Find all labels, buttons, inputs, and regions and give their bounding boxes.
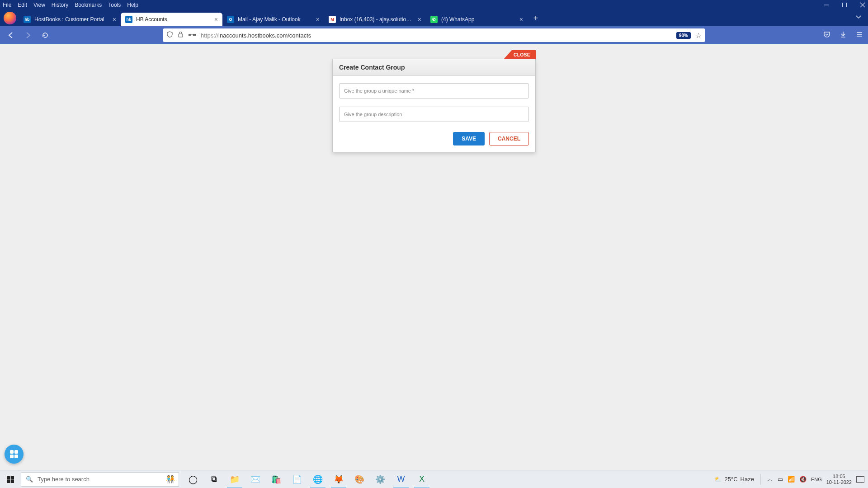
tab-title: HB Accounts: [136, 16, 211, 23]
page-content: CLOSE Create Contact Group SAVE CANCEL: [0, 44, 868, 470]
weather-widget[interactable]: ⛅ 25°C Haze: [714, 476, 754, 483]
floating-app-widget[interactable]: [5, 445, 24, 464]
favicon-icon: O: [227, 16, 234, 23]
tab-close-icon[interactable]: ×: [113, 16, 116, 23]
tray-clock[interactable]: 18:05 10-11-2022: [826, 474, 852, 485]
system-tray: ⛅ 25°C Haze ︿ ▭ 📶 🔇 ENG 18:05 10-11-2022: [714, 474, 868, 485]
task-settings-icon[interactable]: ⚙️: [370, 470, 391, 488]
modal-title: Create Contact Group: [333, 59, 535, 76]
nav-back-button[interactable]: [5, 29, 17, 42]
new-tab-button[interactable]: +: [529, 12, 542, 24]
task-excel-icon[interactable]: X: [411, 470, 432, 488]
taskbar-search-placeholder: Type here to search: [38, 476, 90, 483]
group-description-input[interactable]: [339, 107, 529, 122]
tab-title: Mail - Ajay Malik - Outlook: [238, 16, 312, 23]
tab-hb-accounts[interactable]: hb HB Accounts ×: [121, 13, 222, 26]
search-highlight-icon: 🧑‍🤝‍🧑: [166, 475, 175, 483]
svg-rect-6: [193, 34, 196, 36]
task-mail-icon[interactable]: ✉️: [245, 470, 266, 488]
tab-title: (4) WhatsApp: [441, 16, 516, 23]
favicon-icon: hb: [24, 16, 31, 23]
tray-chevron-icon[interactable]: ︿: [767, 475, 773, 483]
task-file-explorer-icon[interactable]: 📁: [224, 470, 245, 488]
svg-rect-1: [843, 3, 847, 7]
bookmark-star-icon[interactable]: ☆: [695, 31, 702, 40]
tab-close-icon[interactable]: ×: [519, 16, 523, 23]
task-notepad-icon[interactable]: 📄: [287, 470, 307, 488]
cancel-button[interactable]: CANCEL: [489, 132, 529, 145]
tray-volume-icon[interactable]: 🔇: [799, 476, 807, 483]
save-button[interactable]: SAVE: [453, 132, 485, 145]
task-cortana-icon[interactable]: ◯: [183, 470, 203, 488]
tab-whatsapp[interactable]: ✆ (4) WhatsApp ×: [426, 13, 528, 26]
grid-icon: [10, 450, 18, 458]
url-bar[interactable]: https://inaccounts.hostbooks.com/contact…: [163, 28, 705, 42]
task-firefox-icon[interactable]: 🦊: [328, 470, 349, 488]
browser-toolbar: https://inaccounts.hostbooks.com/contact…: [0, 26, 868, 44]
browser-menubar: File Edit View History Bookmarks Tools H…: [0, 0, 868, 10]
task-paint-icon[interactable]: 🎨: [349, 470, 370, 488]
tab-hostbooks-portal[interactable]: hb HostBooks : Customer Portal ×: [19, 13, 121, 26]
group-name-input[interactable]: [339, 83, 529, 99]
permissions-icon[interactable]: [188, 32, 196, 39]
task-word-icon[interactable]: W: [391, 470, 411, 488]
tray-date: 10-11-2022: [826, 479, 852, 485]
tab-outlook[interactable]: O Mail - Ajay Malik - Outlook ×: [222, 13, 324, 26]
tray-time: 18:05: [826, 474, 852, 479]
menu-tools[interactable]: Tools: [108, 2, 121, 8]
weather-desc: Haze: [741, 476, 754, 483]
task-edge-icon[interactable]: 🌐: [307, 470, 328, 488]
modal-close-button[interactable]: CLOSE: [504, 50, 536, 59]
tray-language[interactable]: ENG: [811, 477, 822, 482]
list-all-tabs-button[interactable]: [855, 14, 868, 22]
tray-wifi-icon[interactable]: 📶: [788, 476, 795, 483]
taskbar-search-input[interactable]: 🔍 Type here to search 🧑‍🤝‍🧑: [21, 472, 179, 487]
zoom-badge[interactable]: 90%: [676, 32, 691, 39]
menu-edit[interactable]: Edit: [18, 2, 27, 8]
window-close-button[interactable]: [860, 2, 865, 8]
tab-title: Inbox (16,403) - ajay.solutions@: [340, 16, 414, 23]
favicon-icon: M: [329, 16, 336, 23]
pocket-icon[interactable]: [823, 30, 831, 40]
menu-file[interactable]: File: [3, 2, 11, 8]
tab-title: HostBooks : Customer Portal: [34, 16, 109, 23]
weather-temp: 25°C: [724, 476, 737, 483]
menu-view[interactable]: View: [33, 2, 45, 8]
tab-close-icon[interactable]: ×: [316, 16, 320, 23]
weather-icon: ⛅: [714, 476, 722, 483]
menu-help[interactable]: Help: [127, 2, 138, 8]
tab-gmail-inbox[interactable]: M Inbox (16,403) - ajay.solutions@ ×: [324, 13, 426, 26]
start-button[interactable]: [0, 470, 21, 488]
menu-history[interactable]: History: [52, 2, 68, 8]
app-menu-icon[interactable]: [855, 30, 863, 40]
browser-tabstrip: hb HostBooks : Customer Portal × hb HB A…: [0, 10, 868, 26]
svg-rect-4: [179, 34, 183, 37]
tray-notifications-icon[interactable]: [856, 476, 864, 483]
svg-rect-5: [189, 34, 191, 36]
tab-close-icon[interactable]: ×: [214, 16, 218, 23]
create-contact-group-modal: CLOSE Create Contact Group SAVE CANCEL: [332, 51, 536, 152]
menu-bookmarks[interactable]: Bookmarks: [75, 2, 102, 8]
window-maximize-button[interactable]: [842, 2, 847, 8]
nav-forward-button[interactable]: [22, 29, 34, 42]
task-taskview-icon[interactable]: ⧉: [203, 470, 224, 488]
favicon-icon: ✆: [430, 16, 438, 23]
tray-battery-icon[interactable]: ▭: [778, 476, 783, 483]
task-store-icon[interactable]: 🛍️: [266, 470, 287, 488]
search-icon: 🔍: [26, 476, 33, 483]
url-text: https://inaccounts.hostbooks.com/contact…: [201, 32, 672, 39]
windows-taskbar: 🔍 Type here to search 🧑‍🤝‍🧑 ◯ ⧉ 📁 ✉️ 🛍️ …: [0, 470, 868, 488]
downloads-icon[interactable]: [839, 30, 847, 40]
firefox-logo-icon: [4, 12, 16, 24]
tab-close-icon[interactable]: ×: [418, 16, 421, 23]
window-minimize-button[interactable]: [824, 2, 829, 8]
nav-reload-button[interactable]: [39, 29, 52, 42]
favicon-icon: hb: [125, 16, 132, 23]
shield-icon[interactable]: [166, 31, 173, 39]
lock-icon[interactable]: [178, 31, 184, 39]
